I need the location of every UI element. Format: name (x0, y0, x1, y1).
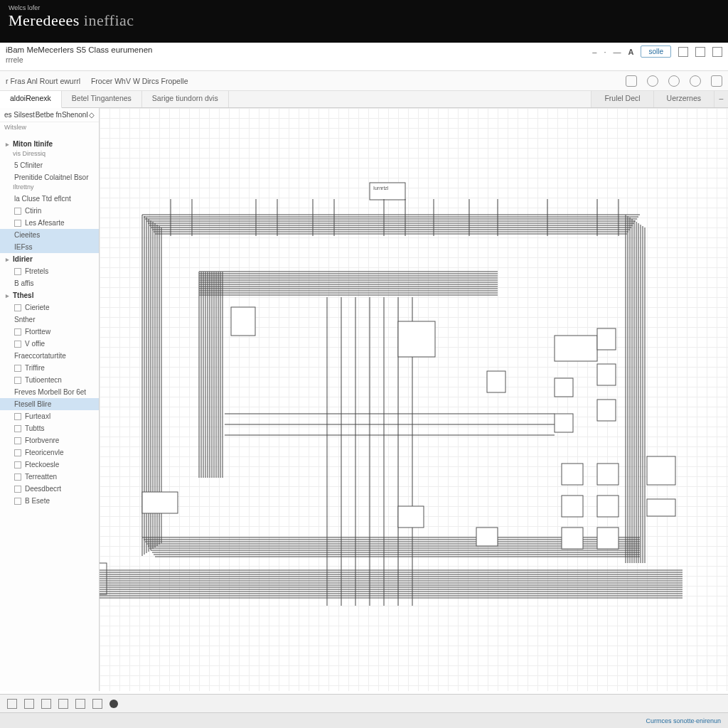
svg-rect-101 (562, 464, 583, 485)
svg-rect-97 (597, 364, 616, 385)
toolbar-item-1[interactable]: r Fras Anl Rourt ewurrl (6, 77, 80, 85)
document-bar: iBam MeMecerlers S5 Class eurumenen rrre… (0, 43, 728, 71)
sidebar-item[interactable]: B Esete (0, 495, 99, 507)
sidebar-item[interactable]: la Cluse Ttd eflcnt (0, 193, 99, 205)
sidebar-item[interactable]: vis Diressiq (0, 150, 99, 159)
sidebar-item[interactable]: Ftesell Blire (0, 398, 99, 410)
diagram-canvas[interactable]: Iurnrtzl (100, 108, 728, 691)
sidebar-item[interactable]: ▸Miton Itinife (0, 138, 99, 150)
svg-rect-107 (647, 456, 675, 485)
svg-rect-102 (562, 496, 583, 517)
sidebar-item[interactable]: Tutioentecn (0, 374, 99, 386)
breadcrumb: iBam MeMecerlers S5 Class eurumenen rrre… (6, 46, 152, 64)
toolbar-icon-2[interactable] (647, 75, 658, 87)
status-icon-3[interactable] (41, 699, 51, 709)
status-icon-4[interactable] (58, 699, 68, 709)
sidebar-item[interactable]: 5 Cfiniter (0, 159, 99, 171)
svg-text:Iurnrtzl: Iurnrtzl (373, 186, 389, 191)
breadcrumb-line1: iBam MeMecerlers S5 Class eurumenen (6, 46, 152, 54)
footer: Curmces sonotte·enirenun (0, 712, 728, 728)
svg-rect-106 (597, 528, 619, 549)
sidebar-item[interactable]: Deesdbecrt (0, 483, 99, 495)
breadcrumb-line2: rrrele (6, 55, 152, 64)
svg-rect-109 (142, 492, 178, 513)
status-dot-icon[interactable] (109, 700, 118, 708)
sidebar-item[interactable]: Ctirin (0, 205, 99, 217)
sidebar-item[interactable]: ▸Tthesl (0, 289, 99, 301)
sidebar-item[interactable]: Ftorttew (0, 326, 99, 338)
sidebar-item[interactable]: Triffire (0, 362, 99, 374)
sidebar-tree: ▸Miton Itinifevis Diressiq5 CfiniterPren… (0, 135, 99, 510)
sidebar-item[interactable]: V offie (0, 338, 99, 350)
sidebar-item[interactable]: ▸Idirier (0, 253, 99, 265)
status-icon-5[interactable] (75, 699, 85, 709)
sidebar: es Silsest Betbe fnShenonI ◇ Witslew ▸Mi… (0, 108, 100, 691)
tab-1[interactable]: aldoiRenexk (0, 91, 62, 108)
right-tab-collapse[interactable]: – (714, 91, 728, 107)
sidebar-item[interactable]: Ftorbvenre (0, 434, 99, 446)
minimize-icon[interactable]: — (613, 48, 621, 56)
sidebar-item[interactable]: Les Afesarte (0, 217, 99, 229)
svg-rect-104 (597, 464, 619, 485)
toolbar-icon-1[interactable] (626, 75, 637, 87)
sidebar-item[interactable]: Fteckoesle (0, 459, 99, 471)
workspace: es Silsest Betbe fnShenonI ◇ Witslew ▸Mi… (0, 108, 728, 691)
sidebar-item[interactable]: Fraeccortaturtite (0, 350, 99, 362)
sidebar-item[interactable]: Terreatten (0, 471, 99, 483)
tool-icon-2[interactable] (695, 47, 705, 57)
sidebar-subheader: Witslew (0, 122, 99, 135)
svg-rect-99 (398, 506, 424, 528)
window-controls: – · — A solle (592, 46, 722, 58)
svg-rect-105 (597, 496, 619, 517)
sidebar-item[interactable]: Tubtts (0, 422, 99, 434)
sidebar-item[interactable]: Freves Morbell Bor 6et (0, 386, 99, 398)
sidebar-item[interactable]: Cieeites (0, 229, 99, 241)
titlebar: Welcs lofer Meredeees ineffiac (0, 0, 728, 43)
sidebar-item[interactable]: Ftretels (0, 265, 99, 277)
tool-icon-1[interactable] (678, 47, 688, 57)
app-title: Meredeees ineffiac (9, 11, 719, 30)
right-tab-2[interactable]: Uerzernes (653, 91, 714, 107)
svg-rect-92 (487, 371, 505, 392)
tab-2[interactable]: Betel Tingantenes (62, 91, 142, 107)
status-bar (0, 694, 728, 712)
dash-icon[interactable]: – (592, 48, 596, 56)
svg-rect-100 (476, 528, 498, 546)
sidebar-item[interactable]: Prenitide Colaitnel Bsor (0, 171, 99, 183)
sidebar-item[interactable]: B affis (0, 277, 99, 289)
titlebar-small-text: Welcs lofer (9, 4, 719, 11)
sidebar-item[interactable]: IEFss (0, 241, 99, 253)
toolbar-icon-4[interactable] (690, 75, 701, 87)
toolbar-item-2[interactable]: Frocer WhV W Dircs Fropelle (91, 77, 188, 85)
svg-rect-91 (398, 321, 435, 357)
sidebar-item[interactable]: Iltrettny (0, 183, 99, 193)
svg-rect-90 (231, 307, 255, 336)
dot-icon[interactable]: · (604, 48, 606, 56)
svg-rect-94 (555, 378, 573, 397)
tool-icon-3[interactable] (712, 47, 722, 57)
status-icon-1[interactable] (7, 699, 17, 709)
sidebar-item[interactable]: Furteaxl (0, 410, 99, 422)
sidebar-item[interactable]: Snther (0, 314, 99, 326)
svg-rect-96 (597, 328, 616, 350)
right-tab-1[interactable]: Frulel Decl (591, 91, 653, 107)
toolbar: r Fras Anl Rourt ewurrl Frocer WhV W Dir… (0, 71, 728, 91)
status-icon-6[interactable] (92, 699, 102, 709)
tab-3[interactable]: Sarige tiundorn dvis (142, 91, 229, 107)
footer-link[interactable]: Curmces sonotte·enirenun (646, 717, 721, 724)
sidebar-header: es Silsest Betbe fnShenonI ◇ (0, 108, 99, 122)
sidebar-item[interactable]: Fteoricenvle (0, 446, 99, 459)
chevron-icon[interactable]: ◇ (89, 111, 95, 119)
solle-button[interactable]: solle (641, 46, 671, 58)
toolbar-icon-3[interactable] (668, 75, 680, 87)
text-a-icon[interactable]: A (628, 48, 633, 56)
tab-bar: aldoiRenexk Betel Tingantenes Sarige tiu… (0, 91, 728, 108)
sidebar-item[interactable]: Cieriete (0, 301, 99, 314)
toolbar-icon-5[interactable] (711, 75, 722, 87)
svg-rect-103 (562, 528, 583, 549)
svg-rect-93 (555, 336, 597, 361)
svg-rect-95 (555, 414, 573, 432)
wiring-diagram: Iurnrtzl (100, 108, 728, 691)
svg-rect-98 (597, 400, 616, 421)
status-icon-2[interactable] (24, 699, 34, 709)
